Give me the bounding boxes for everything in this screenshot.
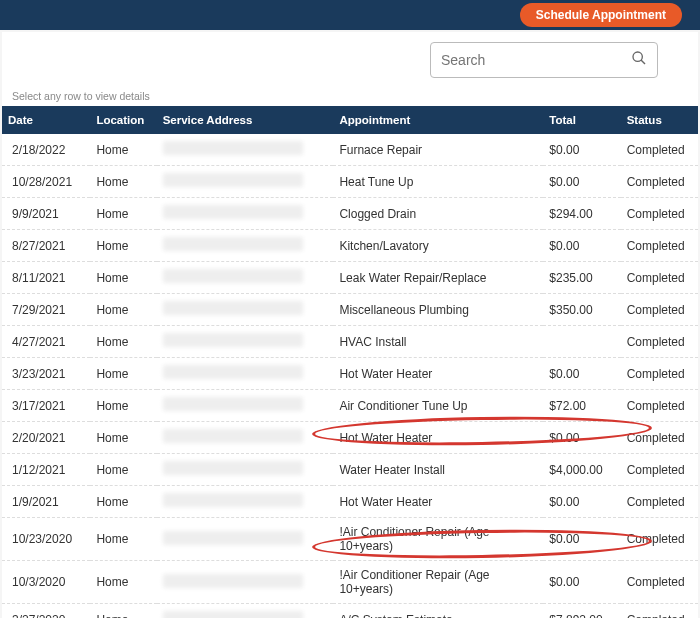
svg-line-1 bbox=[641, 60, 645, 64]
page-body: Select any row to view details Date Loca… bbox=[2, 32, 698, 618]
cell-date: 9/9/2021 bbox=[2, 198, 90, 230]
cell-status: Completed bbox=[621, 262, 698, 294]
top-bar: Schedule Appointment bbox=[0, 0, 700, 30]
cell-appointment: Clogged Drain bbox=[333, 198, 543, 230]
cell-status: Completed bbox=[621, 486, 698, 518]
cell-total: $294.00 bbox=[543, 198, 620, 230]
cell-location: Home bbox=[90, 134, 156, 166]
cell-date: 1/9/2021 bbox=[2, 486, 90, 518]
cell-address bbox=[157, 390, 334, 422]
table-row[interactable]: 9/9/2021HomeClogged Drain$294.00Complete… bbox=[2, 198, 698, 230]
table-row[interactable]: 3/17/2021HomeAir Conditioner Tune Up$72.… bbox=[2, 390, 698, 422]
cell-appointment: Miscellaneous Plumbing bbox=[333, 294, 543, 326]
cell-appointment: !Air Conditioner Repair (Age 10+years) bbox=[333, 518, 543, 561]
col-appointment[interactable]: Appointment bbox=[333, 106, 543, 134]
table-row[interactable]: 2/20/2021HomeHot Water Heater$0.00Comple… bbox=[2, 422, 698, 454]
cell-date: 4/27/2021 bbox=[2, 326, 90, 358]
redacted-address bbox=[163, 461, 303, 475]
table-row[interactable]: 8/11/2021HomeLeak Water Repair/Replace$2… bbox=[2, 262, 698, 294]
table-row[interactable]: 1/12/2021HomeWater Heater Install$4,000.… bbox=[2, 454, 698, 486]
cell-status: Completed bbox=[621, 561, 698, 604]
cell-location: Home bbox=[90, 454, 156, 486]
cell-appointment: Furnace Repair bbox=[333, 134, 543, 166]
search-input[interactable] bbox=[441, 52, 625, 68]
cell-status: Completed bbox=[621, 518, 698, 561]
cell-location: Home bbox=[90, 518, 156, 561]
cell-appointment: Hot Water Heater bbox=[333, 486, 543, 518]
cell-status: Completed bbox=[621, 326, 698, 358]
cell-appointment: Air Conditioner Tune Up bbox=[333, 390, 543, 422]
cell-status: Completed bbox=[621, 422, 698, 454]
cell-address bbox=[157, 262, 334, 294]
cell-appointment: Heat Tune Up bbox=[333, 166, 543, 198]
redacted-address bbox=[163, 574, 303, 588]
cell-date: 10/28/2021 bbox=[2, 166, 90, 198]
table-row[interactable]: 2/18/2022HomeFurnace Repair$0.00Complete… bbox=[2, 134, 698, 166]
cell-date: 3/17/2021 bbox=[2, 390, 90, 422]
col-status[interactable]: Status bbox=[621, 106, 698, 134]
table-row[interactable]: 3/23/2021HomeHot Water Heater$0.00Comple… bbox=[2, 358, 698, 390]
col-total[interactable]: Total bbox=[543, 106, 620, 134]
table-row[interactable]: 8/27/2021HomeKitchen/Lavatory$0.00Comple… bbox=[2, 230, 698, 262]
table-header-row: Date Location Service Address Appointmen… bbox=[2, 106, 698, 134]
cell-total: $0.00 bbox=[543, 486, 620, 518]
cell-total: $0.00 bbox=[543, 518, 620, 561]
cell-date: 2/18/2022 bbox=[2, 134, 90, 166]
cell-location: Home bbox=[90, 358, 156, 390]
redacted-address bbox=[163, 333, 303, 347]
cell-address bbox=[157, 134, 334, 166]
table-row[interactable]: 10/28/2021HomeHeat Tune Up$0.00Completed bbox=[2, 166, 698, 198]
search-box[interactable] bbox=[430, 42, 658, 78]
cell-date: 8/11/2021 bbox=[2, 262, 90, 294]
cell-address bbox=[157, 561, 334, 604]
cell-date: 3/23/2021 bbox=[2, 358, 90, 390]
redacted-address bbox=[163, 269, 303, 283]
table-row[interactable]: 10/23/2020Home!Air Conditioner Repair (A… bbox=[2, 518, 698, 561]
cell-location: Home bbox=[90, 326, 156, 358]
table-row[interactable]: 4/27/2021HomeHVAC InstallCompleted bbox=[2, 326, 698, 358]
redacted-address bbox=[163, 531, 303, 545]
cell-total: $72.00 bbox=[543, 390, 620, 422]
cell-location: Home bbox=[90, 390, 156, 422]
cell-address bbox=[157, 422, 334, 454]
cell-address bbox=[157, 604, 334, 619]
col-date[interactable]: Date bbox=[2, 106, 90, 134]
schedule-appointment-button[interactable]: Schedule Appointment bbox=[520, 3, 682, 27]
redacted-address bbox=[163, 397, 303, 411]
cell-total: $0.00 bbox=[543, 166, 620, 198]
cell-total: $0.00 bbox=[543, 561, 620, 604]
col-address[interactable]: Service Address bbox=[157, 106, 334, 134]
cell-address bbox=[157, 326, 334, 358]
redacted-address bbox=[163, 205, 303, 219]
search-row bbox=[2, 32, 698, 86]
cell-total: $7,892.00 bbox=[543, 604, 620, 619]
col-location[interactable]: Location bbox=[90, 106, 156, 134]
cell-address bbox=[157, 198, 334, 230]
cell-date: 1/12/2021 bbox=[2, 454, 90, 486]
appointments-table: Date Location Service Address Appointmen… bbox=[2, 106, 698, 618]
table-row[interactable]: 3/27/2020HomeA/C System Estimate$7,892.0… bbox=[2, 604, 698, 619]
cell-date: 10/23/2020 bbox=[2, 518, 90, 561]
cell-location: Home bbox=[90, 561, 156, 604]
cell-total bbox=[543, 326, 620, 358]
cell-location: Home bbox=[90, 262, 156, 294]
cell-status: Completed bbox=[621, 230, 698, 262]
cell-total: $0.00 bbox=[543, 422, 620, 454]
table-body: 2/18/2022HomeFurnace Repair$0.00Complete… bbox=[2, 134, 698, 618]
cell-status: Completed bbox=[621, 294, 698, 326]
cell-date: 10/3/2020 bbox=[2, 561, 90, 604]
cell-address bbox=[157, 166, 334, 198]
cell-appointment: !Air Conditioner Repair (Age 10+years) bbox=[333, 561, 543, 604]
cell-appointment: Hot Water Heater bbox=[333, 422, 543, 454]
cell-total: $235.00 bbox=[543, 262, 620, 294]
table-row[interactable]: 7/29/2021HomeMiscellaneous Plumbing$350.… bbox=[2, 294, 698, 326]
table-row[interactable]: 10/3/2020Home!Air Conditioner Repair (Ag… bbox=[2, 561, 698, 604]
cell-address bbox=[157, 454, 334, 486]
cell-location: Home bbox=[90, 230, 156, 262]
table-row[interactable]: 1/9/2021HomeHot Water Heater$0.00Complet… bbox=[2, 486, 698, 518]
cell-status: Completed bbox=[621, 198, 698, 230]
cell-status: Completed bbox=[621, 604, 698, 619]
table-hint: Select any row to view details bbox=[2, 86, 698, 106]
redacted-address bbox=[163, 429, 303, 443]
cell-status: Completed bbox=[621, 166, 698, 198]
